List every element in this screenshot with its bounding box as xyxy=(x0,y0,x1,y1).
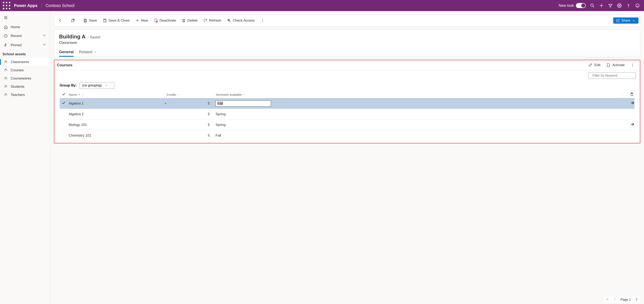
row-credits: 5 xyxy=(164,123,214,127)
filter-keyword-input[interactable] xyxy=(588,72,636,79)
tab-general[interactable]: General xyxy=(59,50,74,57)
left-nav: Home Recent Pinned School assets Classro… xyxy=(0,11,50,304)
nav-pinned[interactable]: Pinned xyxy=(0,41,50,50)
chevron-down-icon xyxy=(42,33,46,38)
pager-prev-icon[interactable] xyxy=(613,297,617,302)
app-name: Power Apps xyxy=(11,3,40,8)
refresh-label: Refresh xyxy=(209,19,221,23)
add-icon[interactable] xyxy=(597,1,606,10)
app-launcher-icon[interactable] xyxy=(2,1,11,10)
row-name: Biology 101 xyxy=(69,123,87,127)
courses-subgrid: Courses Edit Activate xyxy=(54,60,640,143)
nav-courses[interactable]: Courses xyxy=(0,66,50,74)
svg-rect-22 xyxy=(85,21,86,22)
save-column-icon[interactable] xyxy=(622,92,634,97)
nav-coursewares-label: Coursewares xyxy=(11,76,31,81)
nav-pinned-label: Pinned xyxy=(11,43,22,47)
main-area: Save Save & Close New Deactivate Delete … xyxy=(50,11,644,304)
svg-point-8 xyxy=(9,8,10,9)
delete-button[interactable]: Delete xyxy=(179,17,200,24)
nav-recent[interactable]: Recent xyxy=(0,31,50,41)
nav-home[interactable]: Home xyxy=(0,23,50,31)
table-row[interactable]: Chemistry 101 5 Fall xyxy=(60,130,634,141)
subgrid-edit-label: Edit xyxy=(594,63,600,67)
subgrid-activate-button[interactable]: Activate xyxy=(604,62,628,68)
svg-point-13 xyxy=(619,5,620,6)
global-header: Power Apps Contoso School New look xyxy=(0,0,644,11)
record-header-card: Building A - Saved Classroom General Rel… xyxy=(54,30,640,57)
col-header-semester[interactable]: Semester available xyxy=(214,93,622,96)
svg-point-5 xyxy=(9,5,10,6)
subgrid-more-button[interactable] xyxy=(628,62,638,68)
nav-section-label: School assets xyxy=(0,50,50,58)
delete-label: Delete xyxy=(188,19,198,23)
check-access-button[interactable]: Check Access xyxy=(224,17,257,24)
save-close-button[interactable]: Save & Close xyxy=(100,17,132,24)
table-row[interactable]: Algebra 2 5 Spring xyxy=(60,109,634,119)
refresh-button[interactable]: Refresh xyxy=(201,17,224,24)
svg-rect-21 xyxy=(85,19,86,20)
check-access-label: Check Access xyxy=(233,19,255,23)
filter-icon[interactable] xyxy=(606,1,615,10)
row-open-icon[interactable] xyxy=(622,122,634,127)
tab-related[interactable]: Related xyxy=(79,50,97,57)
record-tabs: General Related xyxy=(59,50,635,57)
svg-rect-39 xyxy=(631,93,632,94)
row-checkbox[interactable] xyxy=(60,101,68,106)
grid-header-row: Name Credits Semester available xyxy=(60,91,634,98)
command-bar: Save Save & Close New Deactivate Delete … xyxy=(54,15,640,26)
svg-rect-23 xyxy=(104,19,106,20)
nav-courses-label: Courses xyxy=(11,68,24,72)
row-credits: 5 xyxy=(164,133,214,138)
pager-next-icon[interactable] xyxy=(634,297,638,302)
entity-name: Classroom xyxy=(59,41,635,45)
col-header-credits[interactable]: Credits xyxy=(164,93,214,96)
save-button[interactable]: Save xyxy=(81,17,100,24)
dirty-indicator-icon: * xyxy=(165,102,166,107)
nav-classrooms[interactable]: Classrooms xyxy=(0,58,50,66)
new-button[interactable]: New xyxy=(133,17,150,24)
table-row[interactable]: Biology 101 5 Spring xyxy=(60,119,634,130)
assistant-icon[interactable] xyxy=(633,1,642,10)
courses-grid: Name Credits Semester available xyxy=(54,91,640,141)
pager-first-icon[interactable] xyxy=(606,297,609,302)
subgrid-title: Courses xyxy=(57,63,72,67)
col-header-name[interactable]: Name xyxy=(68,93,164,96)
more-commands-button[interactable] xyxy=(258,17,267,24)
svg-line-29 xyxy=(230,21,230,22)
nav-coursewares[interactable]: Coursewares xyxy=(0,74,50,83)
save-close-label: Save & Close xyxy=(108,19,130,23)
svg-point-7 xyxy=(6,8,7,9)
deactivate-label: Deactivate xyxy=(160,19,176,23)
record-title: Building A xyxy=(59,34,86,40)
nav-students[interactable]: Students xyxy=(0,83,50,91)
row-name: Algebra 1 xyxy=(69,101,84,105)
row-credits: 5 xyxy=(164,101,214,106)
filter-keyword-field[interactable] xyxy=(592,74,634,77)
back-button[interactable] xyxy=(56,17,65,24)
table-row[interactable]: Algebra 1 * 5 Fall xyxy=(60,98,634,109)
subgrid-edit-button[interactable]: Edit xyxy=(585,62,603,68)
pager-page-label: Page 1 xyxy=(620,298,631,301)
svg-point-33 xyxy=(262,22,263,22)
gear-icon[interactable] xyxy=(615,1,624,10)
semester-edit-input[interactable]: Fall xyxy=(216,100,271,107)
svg-point-36 xyxy=(632,66,633,67)
nav-teachers[interactable]: Teachers xyxy=(0,91,50,99)
select-all-checkbox[interactable] xyxy=(60,92,68,97)
svg-point-30 xyxy=(228,20,229,20)
share-label: Share xyxy=(622,19,630,22)
help-icon[interactable] xyxy=(624,1,633,10)
group-by-select[interactable]: (no grouping) xyxy=(80,82,114,89)
search-icon[interactable] xyxy=(588,1,597,10)
svg-point-4 xyxy=(6,5,7,6)
new-look-toggle[interactable] xyxy=(576,3,586,8)
hamburger-icon[interactable] xyxy=(0,13,50,23)
row-open-icon[interactable] xyxy=(622,101,634,106)
row-semester: Spring xyxy=(214,112,622,116)
share-button[interactable]: Share xyxy=(613,18,638,24)
deactivate-button[interactable]: Deactivate xyxy=(151,17,178,24)
nav-home-label: Home xyxy=(11,25,20,29)
subgrid-header: Courses Edit Activate xyxy=(54,60,640,70)
open-new-window-button[interactable] xyxy=(68,17,77,24)
